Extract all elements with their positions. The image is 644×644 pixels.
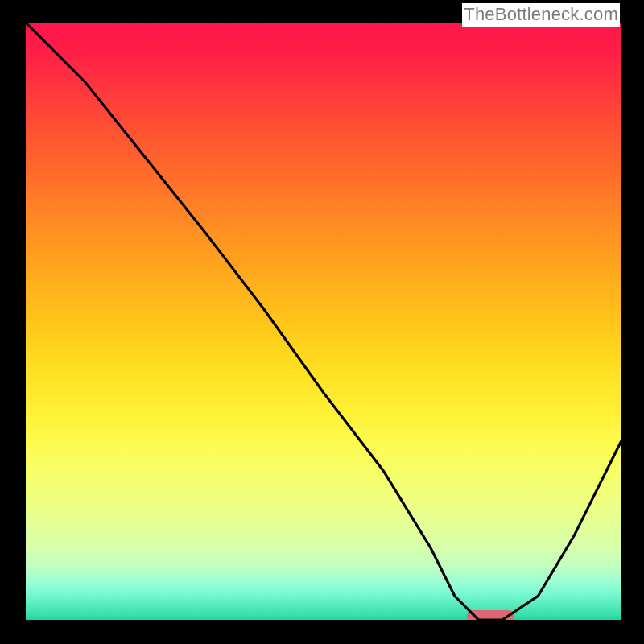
chart-frame — [26, 23, 621, 620]
chart-plot-area — [26, 23, 621, 620]
bottleneck-curve-path — [26, 23, 621, 620]
bottleneck-curve — [26, 23, 621, 620]
watermark-label: TheBottleneck.com — [462, 3, 620, 27]
